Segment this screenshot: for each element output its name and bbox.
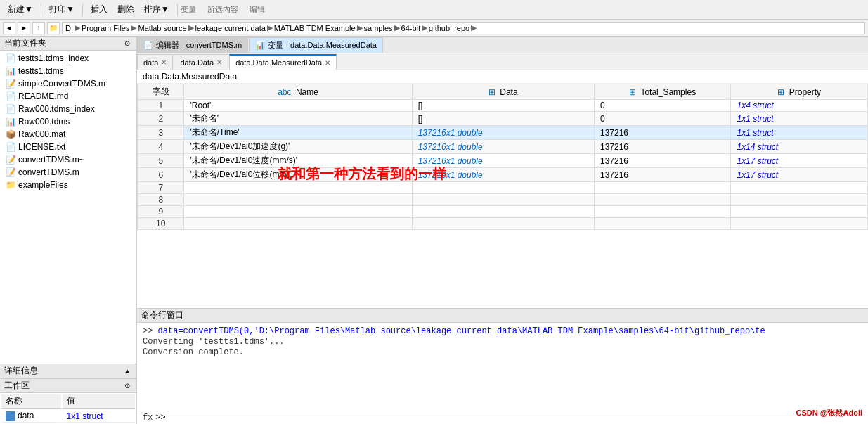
cell-total (594, 218, 731, 230)
cell-data (412, 194, 594, 206)
cell-property: 1x17 struct (731, 154, 868, 168)
table-row[interactable]: 3 '未命名/Time' 137216x1 double 137216 1x1 … (138, 126, 868, 140)
details-header: 详细信息 ▲ (0, 364, 136, 378)
workspace-expand-btn[interactable]: ⊙ (122, 381, 132, 391)
delete-button[interactable]: 删除 (112, 1, 139, 18)
cell-rownum: 5 (138, 154, 184, 168)
file-name: convertTDMS.m~ (18, 155, 84, 165)
new-button[interactable]: 新建▼ (3, 1, 38, 18)
toolbar: 新建▼ 打印▼ 插入 删除 排序▼ 变量 所选内容 编辑 (0, 0, 868, 20)
cell-total (594, 206, 731, 218)
subtab-measured[interactable]: data.Data.MeasuredData ✕ (229, 54, 337, 70)
new-label: 新建▼ (8, 4, 33, 15)
table-row[interactable]: 9 (138, 206, 868, 218)
file-icon: 📝 (6, 155, 15, 165)
address-bar: ◄ ► ↑ 📁 D: ▶ Program Files ▶ Matlab sour… (0, 20, 868, 37)
file-item[interactable]: 📄README.md (0, 90, 136, 103)
address-path[interactable]: D: ▶ Program Files ▶ Matlab source ▶ lea… (62, 22, 865, 34)
cell-data: 137216x1 double (412, 154, 594, 168)
cell-name (184, 194, 412, 206)
file-name: simpleConvertTDMS.m (18, 79, 105, 89)
file-item[interactable]: 📄Raw000.tdms_index (0, 103, 136, 115)
cell-data: 137216x1 double (412, 140, 594, 154)
folder-settings-button[interactable]: ⊙ (122, 39, 132, 49)
file-item[interactable]: 📦Raw000.mat (0, 128, 136, 141)
file-item[interactable]: 📊Raw000.tdms (0, 115, 136, 128)
workspace-header: 工作区 ⊙ (0, 379, 136, 393)
file-name: LICENSE.txt (18, 142, 65, 152)
command-body[interactable]: >> data=convertTDMS(0,'D:\Program Files\… (137, 323, 868, 411)
back-button[interactable]: ◄ (3, 22, 15, 34)
ws-value: 1x1 struct (63, 410, 135, 423)
cell-total: 137216 (594, 154, 731, 168)
file-item[interactable]: 📝simpleConvertTDMS.m (0, 77, 136, 90)
table-row[interactable]: 5 '未命名/Dev1/ai0速度(mm/s)' 137216x1 double… (138, 154, 868, 168)
workspace-label: 工作区 (4, 380, 30, 392)
table-row[interactable]: 4 '未命名/Dev1/ai0加速度(g)' 137216x1 double 1… (138, 140, 868, 154)
subtab-measured-label: data.Data.MeasuredData (235, 58, 322, 67)
var-breadcrumb: data.Data.MeasuredData (137, 70, 868, 84)
editor-icon: 📄 (143, 41, 153, 50)
file-item[interactable]: 📝convertTDMS.m (0, 166, 136, 179)
file-icon: 📄 (6, 91, 15, 101)
sep1 (41, 4, 41, 16)
details-expand-btn[interactable]: ▲ (122, 366, 132, 376)
file-name: Raw000.tdms (18, 117, 70, 127)
cell-property: 1x4 struct (731, 100, 868, 112)
table-row[interactable]: 2 '未命名' [] 0 1x1 struct (138, 112, 868, 126)
var-viewer-icon: 📊 (255, 41, 265, 50)
file-item[interactable]: 📁exampleFiles (0, 179, 136, 191)
subtab-measured-close[interactable]: ✕ (325, 59, 330, 67)
file-icon: 📄 (6, 104, 15, 114)
command-input[interactable] (169, 413, 862, 423)
file-item[interactable]: 📄LICENSE.txt (0, 141, 136, 153)
file-item[interactable]: 📄testts1.tdms_index (0, 52, 136, 65)
cell-property: 1x17 struct (731, 168, 868, 182)
cell-name: '未命名' (184, 112, 412, 126)
watermark: CSDN @张然Adoll (796, 408, 862, 418)
sep2 (82, 4, 83, 16)
cell-total: 0 (594, 112, 731, 126)
cell-name: '未命名/Time' (184, 126, 412, 140)
subtab-datadata[interactable]: data.Data ✕ (174, 54, 228, 70)
cell-data: 137216x1 double (412, 126, 594, 140)
file-item[interactable]: 📊testts1.tdms (0, 65, 136, 77)
subtab-data-close[interactable]: ✕ (161, 58, 167, 66)
cell-property (731, 218, 868, 230)
subtab-datadata-close[interactable]: ✕ (216, 58, 222, 66)
file-name: exampleFiles (18, 180, 68, 190)
subtab-data[interactable]: data ✕ (137, 54, 173, 70)
editor-tab-main[interactable]: 📄 编辑器 - convertTDMS.m (137, 37, 248, 53)
print-button[interactable]: 打印▼ (44, 1, 79, 18)
table-row[interactable]: 8 (138, 194, 868, 206)
table-row[interactable]: 7 (138, 182, 868, 194)
command-header-label: 命令行窗口 (141, 309, 183, 321)
forward-button[interactable]: ► (18, 22, 30, 34)
cell-name (184, 206, 412, 218)
insert-button[interactable]: 插入 (86, 1, 112, 18)
data-table-container[interactable]: 字段 abc Name ⊞ Data ⊞ Total_Sa (137, 84, 868, 308)
cell-data (412, 182, 594, 194)
cell-property: 1x1 struct (731, 112, 868, 126)
subtabs-bar: data ✕ data.Data ✕ data.Data.MeasuredDat… (137, 53, 868, 70)
sort-button[interactable]: 排序▼ (139, 1, 174, 18)
cell-rownum: 6 (138, 168, 184, 182)
table-row[interactable]: 6 '未命名/Dev1/ai0位移(mm)' 137216x1 double 1… (138, 168, 868, 182)
path-samples: samples (364, 24, 393, 32)
var-viewer-tab[interactable]: 📊 变量 - data.Data.MeasuredData (249, 37, 383, 53)
up-button[interactable]: ↑ (32, 22, 45, 34)
file-icon: 📝 (6, 79, 15, 89)
ws-col-value: 值 (63, 394, 135, 409)
cell-rownum: 4 (138, 140, 184, 154)
table-row[interactable]: 10 (138, 218, 868, 230)
file-item[interactable]: 📝convertTDMS.m~ (0, 153, 136, 166)
path-leakage: leakage current data (195, 24, 266, 32)
col-header-field: 字段 (138, 84, 184, 100)
command-panel: 命令行窗口 >> data=convertTDMS(0,'D:\Program … (137, 308, 868, 424)
folder-button[interactable]: 📁 (47, 22, 60, 34)
workspace-row[interactable]: data1x1 struct (1, 410, 135, 423)
cell-total: 137216 (594, 126, 731, 140)
table-row[interactable]: 1 'Root' [] 0 1x4 struct (138, 100, 868, 112)
cell-rownum: 10 (138, 218, 184, 230)
editor-tab-label: 编辑器 - convertTDMS.m (156, 40, 242, 51)
